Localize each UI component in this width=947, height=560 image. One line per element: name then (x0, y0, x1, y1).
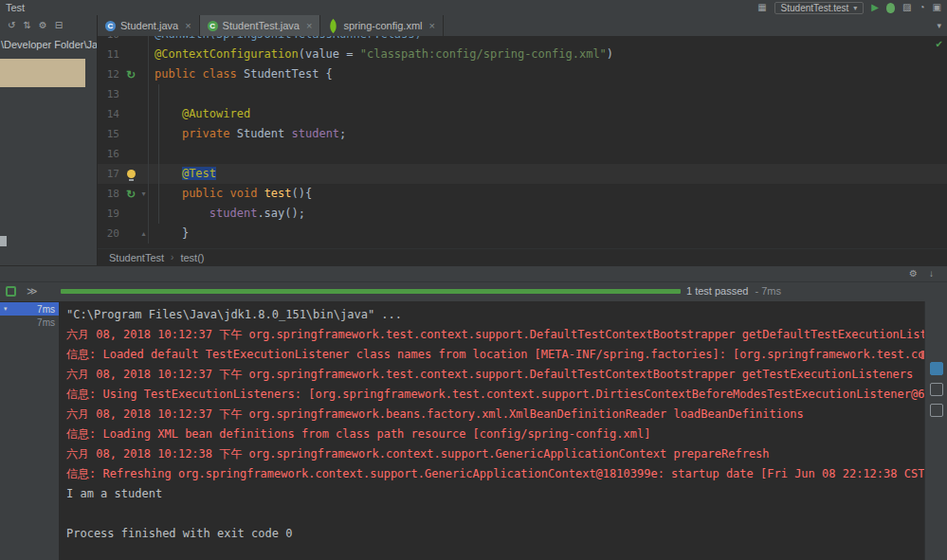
tab-list-dropdown-icon[interactable]: ▾ (937, 15, 947, 36)
scroll-to-end-icon[interactable] (930, 383, 943, 396)
soft-wrap-icon[interactable] (930, 362, 943, 375)
console-line: 信息: Loading XML bean definitions from cl… (66, 425, 924, 444)
debug-button[interactable] (886, 3, 895, 13)
tab-spring-config.xml[interactable]: spring-config.xml× (320, 15, 444, 36)
collapse-all-icon[interactable]: ⊟ (55, 20, 63, 30)
code-line-12[interactable]: 12↻public class StudentTest { (98, 64, 947, 84)
code-line-18[interactable]: 18↻▾ public void test(){ (98, 184, 947, 204)
code-line-20[interactable]: 20▴ } (98, 224, 947, 244)
profiler-button[interactable]: ◔ (920, 3, 925, 12)
clear-console-icon[interactable] (930, 404, 943, 417)
tab-StudentTest.java[interactable]: CStudentTest.java× (200, 15, 321, 36)
toolbar-expand-icon[interactable]: ≫ (27, 285, 38, 298)
line-number: 10 (98, 36, 122, 45)
test-status-text: 1 test passed (686, 285, 748, 297)
test-tree-row[interactable]: ▾7ms (0, 302, 59, 316)
breadcrumb-item[interactable]: test() (180, 252, 204, 263)
tool-windows-icon[interactable]: ▣ (933, 3, 941, 12)
run-tool-window-icon[interactable] (6, 286, 16, 297)
tree-chevron-icon: ▾ (4, 305, 8, 313)
code-text: @Autowired (149, 104, 250, 124)
tool-panel-header: ⚙ ↓ (0, 265, 947, 282)
project-panel: ↺⇅⚙⊟ \Developer Folder\Jav (0, 15, 98, 282)
code-line-15[interactable]: 15 private Student student; (98, 124, 947, 144)
fold-slot: ▴ (139, 224, 149, 244)
test-tree-row[interactable]: 7ms (0, 316, 59, 329)
code-segment: Student (229, 127, 291, 140)
console-tool-strip (924, 301, 947, 560)
code-editor[interactable]: 10@RunWith(SpringJUnit4ClassRunner.class… (98, 36, 947, 248)
code-segment: @ContextConfiguration (155, 47, 299, 61)
line-number: 15 (98, 124, 122, 144)
run-button[interactable]: ▶ (871, 3, 879, 12)
fold-slot (139, 204, 149, 224)
code-segment: student (292, 127, 340, 140)
test-time: 7ms (37, 304, 55, 315)
ide-window: Test ▦ StudentTest.test ▾ ▶ ▨ ◔ ▣ ↺⇅⚙⊟ \… (0, 0, 947, 560)
code-text: @ContextConfiguration(value = "classpath… (149, 45, 613, 64)
line-number: 14 (98, 104, 122, 124)
close-icon[interactable]: × (185, 20, 191, 31)
run-test-icon[interactable]: ↻ (126, 189, 136, 200)
close-icon[interactable]: × (306, 20, 312, 31)
code-line-11[interactable]: 11@ContextConfiguration(value = "classpa… (98, 45, 947, 64)
line-number: 18 (98, 184, 122, 204)
gutter-icon-slot: ↻ (122, 189, 139, 200)
console-line: 信息: Refreshing org.springframework.conte… (66, 464, 924, 484)
breadcrumb: StudentTest›test() (98, 248, 947, 265)
code-segment: @Autowired (182, 107, 250, 120)
code-segment: student (209, 207, 258, 220)
code-text: public class StudentTest { (149, 64, 333, 84)
hide-panel-icon[interactable]: ↓ (929, 269, 934, 279)
window-title: Test (0, 2, 25, 13)
settings-gear-icon[interactable]: ⚙ (909, 269, 918, 279)
code-line-16[interactable]: 16 (98, 144, 947, 164)
code-line-14[interactable]: 14 @Autowired (98, 104, 947, 124)
indent-guide (158, 84, 159, 224)
run-configuration-select[interactable]: StudentTest.test ▾ (774, 2, 865, 14)
code-segment: StudentTest { (237, 67, 333, 81)
code-segment (155, 207, 209, 220)
intention-bulb-icon[interactable] (127, 170, 136, 178)
breadcrumb-item[interactable]: StudentTest (109, 252, 164, 263)
code-text: student.say(); (149, 204, 305, 224)
run-toolbar: ≫ 1 test passed - 7ms (0, 282, 947, 301)
refresh-icon[interactable]: ↺ (8, 20, 15, 30)
fold-up-icon[interactable]: ▴ (141, 230, 145, 238)
tab-Student.java[interactable]: CStudent.java× (98, 15, 200, 36)
gutter-icon-slot (122, 170, 139, 178)
code-segment: test (264, 187, 292, 200)
code-text: } (149, 224, 189, 244)
code-line-10[interactable]: 10@RunWith(SpringJUnit4ClassRunner.class… (98, 36, 947, 45)
code-line-17[interactable]: 17 @Test (98, 164, 947, 184)
spring-xml-icon (326, 18, 341, 33)
expand-all-icon[interactable]: ⇅ (23, 20, 30, 30)
line-number: 16 (98, 144, 122, 164)
run-test-icon[interactable]: ↻ (126, 69, 136, 81)
test-status: 1 test passed - 7ms (686, 285, 781, 297)
tab-label: Student.java (120, 20, 178, 31)
fold-down-icon[interactable]: ▾ (141, 190, 145, 198)
tool-strip-marker[interactable] (0, 236, 7, 246)
line-number: 19 (98, 204, 122, 224)
console-line: 六月 08, 2018 10:12:37 下午 org.springframew… (66, 325, 924, 345)
line-number: 13 (98, 84, 122, 104)
console-output[interactable]: "C:\Program Files\Java\jdk1.8.0_151\bin\… (59, 301, 924, 560)
run-configuration-name: StudentTest.test (781, 3, 849, 13)
test-status-time: - 7ms (756, 285, 782, 297)
test-progress-bar (61, 289, 681, 294)
test-tree: ▾7ms7ms (0, 301, 59, 560)
settings-icon[interactable]: ⚙ (39, 20, 47, 30)
code-segment: "classpath:config/spring-config.xml" (360, 47, 607, 61)
line-number: 20 (98, 224, 122, 244)
coverage-button[interactable]: ▨ (902, 3, 911, 12)
close-icon[interactable]: × (429, 20, 435, 31)
inspections-ok-icon[interactable]: ✔ (936, 39, 943, 49)
toolbar-grid-icon[interactable]: ▦ (757, 3, 766, 12)
code-line-13[interactable]: 13 (98, 84, 947, 104)
fold-slot (139, 124, 149, 144)
code-line-19[interactable]: 19 student.say(); (98, 204, 947, 224)
code-segment: public void (182, 187, 257, 200)
fold-slot (139, 104, 149, 124)
project-path[interactable]: \Developer Folder\Jav (0, 32, 97, 50)
